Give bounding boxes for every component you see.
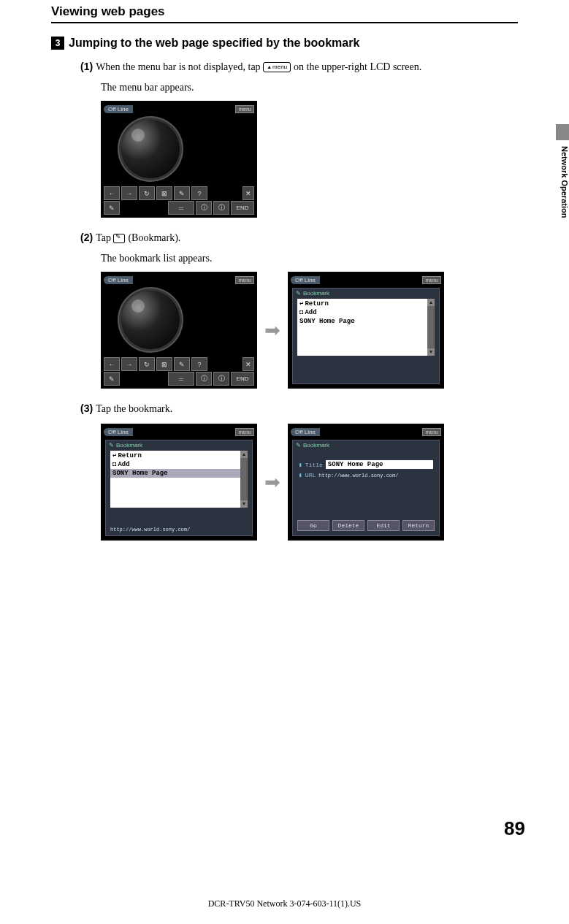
menu-button-5[interactable]: menu (422, 428, 441, 436)
tb-bookmark-icon[interactable]: ✎ (174, 186, 190, 200)
tb-bookmark-2[interactable]: ✎ (174, 357, 190, 371)
step-3-text-a: Tap the bookmark. (96, 403, 172, 414)
bookmark-url-preview: http://www.world.sony.com/ (110, 527, 248, 532)
edit-button[interactable]: Edit (367, 520, 400, 531)
delete-button[interactable]: Delete (332, 520, 364, 531)
screenshot-bookmark-detail: Off Line menu ✎ Bookmark ▮ Title SONY Ho… (288, 424, 444, 541)
title-field[interactable]: SONY Home Page (326, 460, 433, 469)
bookmark-list: ↩Return ◘Add SONY Home Page (297, 299, 427, 356)
bookmark-item-return[interactable]: ↩Return (297, 299, 427, 308)
section-heading-text: Jumping to the web page specified by the… (69, 37, 359, 50)
bookmark-title-3: ✎ Bookmark (293, 440, 439, 450)
screenshot-browser-2: Off Line menu ← → ↻ ⊠ ✎ ? ✕ ✎ ═ ⓘ ⓘ END (101, 272, 257, 389)
offline-badge-2: Off Line (104, 276, 133, 284)
tb-url-2[interactable]: ═ (168, 372, 194, 386)
tb-end-2[interactable]: END (231, 372, 254, 386)
side-tab-marker (556, 124, 569, 140)
screenshot-menubar: Off Line menu ← → ↻ ⊠ ✎ ? ✕ ✎ ═ ⓘ ⓘ END (101, 101, 257, 218)
side-tab: Network Operation (556, 124, 569, 248)
bookmark-item-return-2[interactable]: ↩Return (110, 451, 240, 460)
step-1-screenshot-row: Off Line menu ← → ↻ ⊠ ✎ ? ✕ ✎ ═ ⓘ ⓘ END (101, 101, 518, 218)
url-field-row: ▮ URL http://www.world.sony.com/ (293, 470, 439, 480)
tb-info[interactable]: ⓘ (196, 201, 212, 215)
bookmark-title-2: ✎ Bookmark (106, 440, 252, 450)
step-2: (2) Tap (Bookmark). (80, 231, 518, 244)
tb-info2[interactable]: ⓘ (213, 201, 229, 215)
step-2-text-b: (Bookmark). (128, 232, 180, 243)
offline-badge-4: Off Line (104, 428, 133, 436)
side-tab-label: Network Operation (556, 146, 569, 248)
tb-url[interactable]: ═ (168, 201, 194, 215)
tb-reload[interactable]: ↻ (139, 186, 155, 200)
bookmark-item-add-2[interactable]: ◘Add (110, 460, 240, 469)
footer: DCR-TRV50 Network 3-074-603-11(1).US (0, 898, 569, 909)
offline-badge-5: Off Line (291, 428, 320, 436)
step-1: (1) When the menu bar is not displayed, … (80, 60, 518, 73)
return-button[interactable]: Return (402, 520, 435, 531)
step-3-screenshot-row: Off Line menu ✎ Bookmark ↩Return ◘Add SO… (101, 424, 518, 541)
go-button[interactable]: Go (297, 520, 329, 531)
bookmark-scrollbar[interactable]: ▲ ▼ (427, 299, 435, 356)
tb-close-2[interactable]: ✕ (243, 357, 254, 371)
scroll-up-icon[interactable]: ▲ (427, 299, 435, 306)
step-1-text-a: When the menu bar is not displayed, tap (96, 61, 263, 72)
bookmark-item-add[interactable]: ◘Add (297, 308, 427, 317)
tb-info-2a[interactable]: ⓘ (196, 372, 212, 386)
scroll-down-icon[interactable]: ▼ (427, 348, 435, 356)
bookmark-title-text-3: Bookmark (303, 442, 329, 448)
step-1-text-b: on the upper-right LCD screen. (294, 61, 421, 72)
page-number: 89 (504, 817, 525, 840)
screenshot-bookmark-selected: Off Line menu ✎ Bookmark ↩Return ◘Add SO… (101, 424, 257, 541)
offline-badge: Off Line (104, 105, 133, 113)
bookmark-item-sony[interactable]: SONY Home Page (297, 317, 427, 326)
bookmark-detail-panel: ✎ Bookmark ▮ Title SONY Home Page ▮ URL … (292, 440, 440, 536)
bookmark-panel: ✎ Bookmark ↩Return ◘Add SONY Home Page ▲… (292, 288, 440, 384)
step-3: (3) Tap the bookmark. (80, 402, 518, 415)
tb-info-2b[interactable]: ⓘ (213, 372, 229, 386)
camera-lens-image (121, 120, 180, 178)
page-title: Viewing web pages (51, 0, 518, 22)
step-2-label: (2) (80, 232, 93, 243)
section-heading: 3 Jumping to the web page specified by t… (51, 37, 518, 50)
arrow-icon: ➡ (264, 319, 280, 342)
camera-lens-image-2 (121, 291, 180, 349)
tb-fwd-2[interactable]: → (121, 357, 137, 371)
tb-help[interactable]: ? (191, 186, 207, 200)
menu-button-4[interactable]: menu (235, 428, 254, 436)
tb-reload-2[interactable]: ↻ (139, 357, 155, 371)
step-2-text-c: The bookmark list appears. (101, 253, 518, 264)
arrow-icon-2: ➡ (264, 471, 280, 494)
bookmark-item-sony-selected[interactable]: SONY Home Page (110, 469, 240, 478)
tb-fwd[interactable]: → (121, 186, 137, 200)
tb-bookmark2[interactable]: ✎ (104, 201, 120, 215)
tb-bookmark2-2[interactable]: ✎ (104, 372, 120, 386)
menu-button-2[interactable]: menu (235, 276, 254, 284)
menu-icon: menu (263, 62, 291, 72)
menu-button[interactable]: menu (235, 105, 254, 113)
step-1-label: (1) (80, 61, 93, 72)
scroll-up-icon-2[interactable]: ▲ (240, 451, 248, 458)
tb-back[interactable]: ← (104, 186, 120, 200)
url-field[interactable]: http://www.world.sony.com/ (318, 473, 398, 478)
tb-end[interactable]: END (231, 201, 254, 215)
section-number-box: 3 (51, 37, 64, 50)
tb-stop-2[interactable]: ⊠ (156, 357, 172, 371)
tb-back-2[interactable]: ← (104, 357, 120, 371)
offline-badge-3: Off Line (291, 276, 320, 284)
step-1-text-c: The menu bar appears. (101, 82, 518, 93)
bookmark-title-text-2: Bookmark (116, 442, 142, 448)
tb-stop[interactable]: ⊠ (156, 186, 172, 200)
bookmark-scrollbar-2[interactable]: ▲ ▼ (240, 451, 248, 508)
url-label: URL (305, 472, 316, 478)
bookmark-panel-2: ✎ Bookmark ↩Return ◘Add SONY Home Page ▲… (105, 440, 253, 536)
detail-button-row: Go Delete Edit Return (297, 520, 435, 531)
bookmark-pencil-icon-2: ✎ (109, 442, 114, 448)
step-2-screenshot-row: Off Line menu ← → ↻ ⊠ ✎ ? ✕ ✎ ═ ⓘ ⓘ END (101, 272, 518, 389)
tb-close[interactable]: ✕ (243, 186, 254, 200)
bookmark-icon (113, 234, 125, 243)
scroll-down-icon-2[interactable]: ▼ (240, 500, 248, 508)
title-label: Title (305, 462, 323, 468)
tb-help-2[interactable]: ? (191, 357, 207, 371)
menu-button-3[interactable]: menu (422, 276, 441, 284)
step-3-label: (3) (80, 402, 93, 414)
